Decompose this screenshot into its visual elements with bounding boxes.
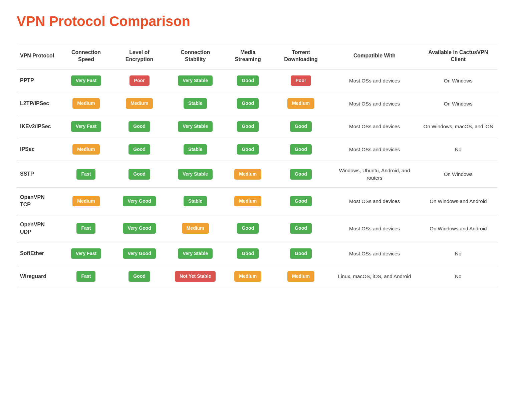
table-row: IPSecMediumGoodStableGoodGoodMost OSs an… — [17, 138, 497, 161]
encryption-cell: Good — [112, 115, 167, 138]
stability-badge: Stable — [184, 144, 207, 155]
encryption-badge: Good — [128, 144, 150, 155]
protocol-name: L2TP/IPSec — [17, 92, 60, 115]
available-cell: On Windows — [419, 69, 497, 92]
stability-cell: Very Stable — [167, 161, 224, 188]
stability-badge: Medium — [182, 223, 209, 234]
table-row: SSTPFastGoodVery StableMediumGoodWindows… — [17, 161, 497, 188]
compatible-cell: Most OSs and devices — [330, 215, 419, 242]
encryption-badge: Very Good — [123, 248, 156, 259]
stability-badge: Very Stable — [178, 248, 213, 259]
encryption-badge: Very Good — [123, 223, 156, 234]
compatible-cell: Most OSs and devices — [330, 138, 419, 161]
stability-cell: Medium — [167, 215, 224, 242]
speed-cell: Medium — [60, 92, 112, 115]
available-cell: On Windows, macOS, and iOS — [419, 115, 497, 138]
protocol-name: Wireguard — [17, 265, 60, 288]
speed-cell: Fast — [60, 161, 112, 188]
available-cell: On Windows and Android — [419, 187, 497, 215]
streaming-badge: Good — [237, 144, 259, 155]
page-title: VPN Protocol Comparison — [17, 13, 497, 29]
encryption-badge: Very Good — [123, 196, 156, 207]
table-row: IKEv2/IPSecVery FastGoodVery StableGoodG… — [17, 115, 497, 138]
speed-badge: Medium — [72, 144, 99, 155]
comparison-table: VPN ProtocolConnection SpeedLevel of Enc… — [17, 43, 497, 288]
torrent-badge: Good — [290, 144, 312, 155]
column-header-5: Torrent Downloading — [272, 43, 330, 69]
compatible-cell: Most OSs and devices — [330, 242, 419, 265]
torrent-cell: Medium — [272, 265, 330, 288]
encryption-cell: Very Good — [112, 242, 167, 265]
streaming-cell: Medium — [224, 187, 272, 215]
streaming-badge: Medium — [234, 169, 261, 180]
stability-badge: Very Stable — [178, 75, 213, 86]
encryption-cell: Poor — [112, 69, 167, 92]
streaming-cell: Medium — [224, 161, 272, 188]
streaming-cell: Good — [224, 92, 272, 115]
encryption-badge: Medium — [126, 98, 153, 109]
encryption-badge: Good — [128, 169, 150, 180]
speed-badge: Fast — [76, 271, 95, 282]
table-row: SoftEtherVery FastVery GoodVery StableGo… — [17, 242, 497, 265]
protocol-name: IPSec — [17, 138, 60, 161]
speed-badge: Fast — [76, 169, 95, 180]
compatible-cell: Windows, Ubuntu, Android, and routers — [330, 161, 419, 188]
encryption-cell: Good — [112, 265, 167, 288]
streaming-badge: Good — [237, 121, 259, 132]
speed-badge: Very Fast — [71, 248, 101, 259]
stability-cell: Very Stable — [167, 69, 224, 92]
column-header-7: Available in CactusVPN Client — [419, 43, 497, 69]
torrent-cell: Good — [272, 115, 330, 138]
speed-badge: Medium — [72, 98, 99, 109]
streaming-cell: Medium — [224, 265, 272, 288]
available-cell: On Windows — [419, 92, 497, 115]
speed-cell: Medium — [60, 187, 112, 215]
column-header-2: Level of Encryption — [112, 43, 167, 69]
column-header-3: Connection Stability — [167, 43, 224, 69]
streaming-badge: Medium — [234, 196, 261, 207]
encryption-cell: Good — [112, 138, 167, 161]
streaming-badge: Good — [237, 223, 259, 234]
compatible-cell: Most OSs and devices — [330, 115, 419, 138]
stability-badge: Stable — [184, 98, 207, 109]
torrent-badge: Good — [290, 223, 312, 234]
speed-cell: Very Fast — [60, 242, 112, 265]
streaming-badge: Good — [237, 248, 259, 259]
torrent-badge: Poor — [291, 75, 311, 86]
streaming-cell: Good — [224, 138, 272, 161]
protocol-name: SSTP — [17, 161, 60, 188]
protocol-name: OpenVPN UDP — [17, 215, 60, 242]
stability-badge: Stable — [184, 196, 207, 207]
stability-cell: Stable — [167, 92, 224, 115]
torrent-cell: Good — [272, 215, 330, 242]
table-row: OpenVPN TCPMediumVery GoodStableMediumGo… — [17, 187, 497, 215]
encryption-cell: Good — [112, 161, 167, 188]
table-row: L2TP/IPSecMediumMediumStableGoodMediumMo… — [17, 92, 497, 115]
stability-badge: Very Stable — [178, 121, 213, 132]
speed-cell: Medium — [60, 138, 112, 161]
compatible-cell: Linux, macOS, iOS, and Android — [330, 265, 419, 288]
column-header-6: Compatible With — [330, 43, 419, 69]
column-header-4: Media Streaming — [224, 43, 272, 69]
speed-cell: Very Fast — [60, 115, 112, 138]
stability-cell: Stable — [167, 138, 224, 161]
available-cell: On Windows and Android — [419, 215, 497, 242]
column-header-1: Connection Speed — [60, 43, 112, 69]
available-cell: No — [419, 265, 497, 288]
stability-cell: Very Stable — [167, 242, 224, 265]
protocol-name: PPTP — [17, 69, 60, 92]
streaming-cell: Good — [224, 69, 272, 92]
torrent-badge: Good — [290, 196, 312, 207]
encryption-badge: Poor — [130, 75, 150, 86]
streaming-cell: Good — [224, 242, 272, 265]
streaming-badge: Good — [237, 98, 259, 109]
torrent-badge: Good — [290, 169, 312, 180]
torrent-cell: Good — [272, 242, 330, 265]
stability-cell: Not Yet Stable — [167, 265, 224, 288]
compatible-cell: Most OSs and devices — [330, 187, 419, 215]
table-row: OpenVPN UDPFastVery GoodMediumGoodGoodMo… — [17, 215, 497, 242]
encryption-badge: Good — [128, 271, 150, 282]
protocol-name: SoftEther — [17, 242, 60, 265]
protocol-name: OpenVPN TCP — [17, 187, 60, 215]
torrent-badge: Medium — [287, 98, 314, 109]
